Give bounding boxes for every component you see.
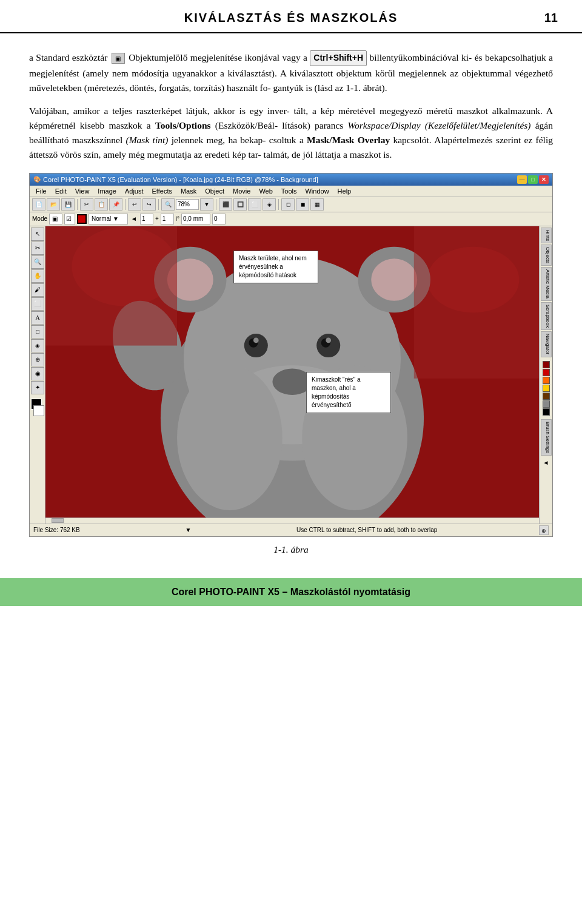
mode-checkbox[interactable]: ☑: [64, 214, 75, 224]
swatch-gray[interactable]: [543, 400, 550, 408]
menu-window[interactable]: Window: [301, 187, 332, 195]
menu-edit[interactable]: Edit: [52, 187, 70, 195]
hscroll-thumb[interactable]: [52, 518, 64, 523]
minimize-button[interactable]: —: [517, 175, 527, 184]
para2-italic1: Workspace/Display (Kezelőfelület/Megjele…: [348, 120, 531, 130]
panel-expand-btn[interactable]: ◄: [543, 459, 549, 466]
page-header: KIVÁLASZTÁS ÉS MASZKOLÁS 11: [0, 0, 582, 33]
close-button[interactable]: ✕: [539, 175, 549, 184]
tool-retouch[interactable]: ◉: [31, 367, 44, 380]
tb-btn10[interactable]: ◼: [296, 198, 309, 211]
cut-btn[interactable]: ✂: [80, 198, 93, 211]
navigator-tab[interactable]: Navigator: [541, 331, 552, 357]
menu-help[interactable]: Help: [334, 187, 355, 195]
callout-1: Maszk területe, ahol nem érvényesülnek a…: [233, 251, 318, 283]
swatch-black[interactable]: [543, 408, 550, 416]
h-scrollbar[interactable]: [45, 518, 539, 524]
tb-btn9[interactable]: ◻: [281, 198, 295, 211]
para2-part2: (Eszközök/Beál- lítások) parancs: [211, 120, 348, 130]
swatch-red[interactable]: [543, 369, 550, 376]
page-footer: Corel PHOTO-PAINT X5 – Maszkolástól nyom…: [0, 578, 582, 606]
tool-pan[interactable]: ✋: [31, 269, 44, 283]
menu-movie[interactable]: Movie: [229, 187, 254, 195]
tool-zoom[interactable]: 🔍: [31, 255, 44, 269]
mode-value-input[interactable]: ▣: [49, 214, 62, 224]
tool-eraser[interactable]: ⬜: [31, 297, 44, 311]
para2-bold1: Tools/Options: [155, 120, 211, 130]
footer-text: Corel PHOTO-PAINT X5 – Maszkolástól nyom…: [172, 587, 410, 597]
figure-caption: 1-1. ábra: [29, 544, 553, 555]
menu-image[interactable]: Image: [94, 187, 120, 195]
right-panel: Hints Objects Artistic Media Scrapbook N…: [539, 226, 552, 524]
menu-effects[interactable]: Effects: [149, 187, 176, 195]
swatch-darkred[interactable]: [543, 361, 550, 368]
menu-file[interactable]: File: [32, 187, 50, 195]
num-input1[interactable]: 1: [140, 214, 153, 224]
brush-settings-tab[interactable]: Brush Settings: [541, 419, 552, 456]
objects-tab[interactable]: Objects: [541, 244, 552, 266]
svg-point-15: [326, 337, 331, 343]
zoom-dropdown-btn[interactable]: ▼: [200, 198, 213, 211]
swatch-brown[interactable]: [543, 393, 550, 400]
tool-clone[interactable]: ⊕: [31, 353, 44, 366]
open-btn[interactable]: 📂: [47, 198, 60, 211]
sep2: [125, 199, 125, 210]
menu-tools[interactable]: Tools: [278, 187, 301, 195]
menu-mask[interactable]: Mask: [177, 187, 200, 195]
tool-shape[interactable]: □: [31, 325, 44, 339]
angle-input[interactable]: 0: [212, 214, 226, 224]
keyboard-shortcut: Ctrl+Shift+H: [310, 50, 367, 66]
para2-italic2: (Mask tint): [126, 135, 169, 145]
tool-crop[interactable]: ✂: [31, 241, 44, 255]
zoom-in-btn[interactable]: 🔍: [161, 198, 175, 211]
para1-text-before-icon: a Standard eszköztár: [29, 52, 107, 62]
color-palette: [543, 361, 550, 416]
tb-btn8[interactable]: ◈: [263, 198, 276, 211]
copy-btn[interactable]: 📋: [95, 198, 108, 211]
background-color[interactable]: [33, 405, 44, 416]
para2-bold2: Mask/Mask Overlay: [307, 135, 390, 145]
redo-btn[interactable]: ↪: [142, 198, 156, 211]
zoom-input[interactable]: 78%: [176, 199, 199, 210]
save-btn[interactable]: 💾: [61, 198, 75, 211]
window-titlebar: 🎨 Corel PHOTO-PAINT X5 (Evaluation Versi…: [30, 174, 552, 186]
tool-brush[interactable]: 🖌: [31, 283, 44, 297]
coord-label: i°: [176, 215, 179, 222]
file-size-label: File Size: 762 KB: [33, 527, 80, 533]
tb-btn5[interactable]: ⬛: [219, 198, 232, 211]
titlebar-controls[interactable]: — □ ✕: [517, 175, 549, 184]
scrapbook-tab[interactable]: Scrapbook: [541, 302, 552, 330]
arrow-left: ◄: [130, 215, 138, 222]
maximize-button[interactable]: □: [528, 175, 538, 184]
tb-btn6[interactable]: 🔲: [233, 198, 247, 211]
tb-btn7[interactable]: ⬜: [248, 198, 261, 211]
normal-dropdown[interactable]: Normal ▼: [89, 214, 128, 224]
tool-pointer[interactable]: ↖: [31, 228, 44, 241]
tool-effect[interactable]: ✦: [31, 381, 44, 394]
swatch-yellow[interactable]: [543, 385, 550, 392]
menu-object[interactable]: Object: [201, 187, 228, 195]
para2-part4: jelennek meg, ha bekap- csoltuk a: [168, 135, 307, 145]
statusbar-icon: ⊕: [539, 525, 549, 535]
toolbox: ↖ ✂ 🔍 ✋ 🖌 ⬜ A □ ◈ ⊕ ◉ ✦: [30, 226, 45, 524]
object-selector-icon: ▣: [112, 53, 125, 64]
artistic-media-tab[interactable]: Artistic Media: [541, 267, 552, 301]
new-btn[interactable]: 📄: [32, 198, 45, 211]
coord-input[interactable]: 0,0 mm: [181, 214, 210, 224]
menu-adjust[interactable]: Adjust: [121, 187, 147, 195]
menu-web[interactable]: Web: [255, 187, 276, 195]
hints-tab[interactable]: Hints: [541, 228, 552, 243]
header-title: KIVÁLASZTÁS ÉS MASZKOLÁS: [42, 11, 540, 25]
color-swatch[interactable]: [77, 214, 87, 224]
num-input2[interactable]: 1: [161, 214, 174, 224]
callout-2-text: Kimaszkolt "rés" a maszkon, ahol a képmó…: [312, 376, 360, 408]
tool-fill[interactable]: ◈: [31, 339, 44, 352]
swatch-orange[interactable]: [543, 377, 550, 384]
paste-btn[interactable]: 📌: [109, 198, 122, 211]
tool-text[interactable]: A: [31, 311, 44, 325]
tb-btn11[interactable]: ▦: [310, 198, 324, 211]
statusbar-separator: ▼: [185, 527, 191, 533]
undo-btn[interactable]: ↩: [128, 198, 141, 211]
menu-view[interactable]: View: [72, 187, 93, 195]
sep3: [158, 199, 159, 210]
